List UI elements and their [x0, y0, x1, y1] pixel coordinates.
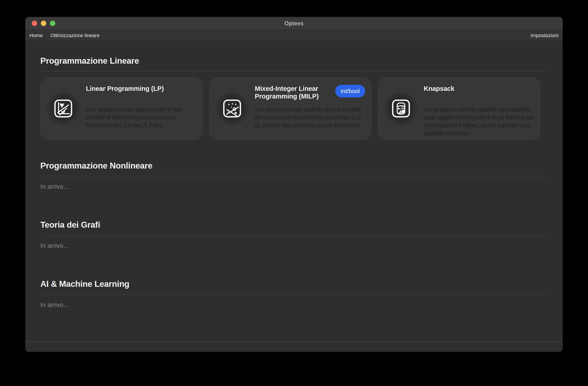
method-cards-row: Linear Programming (LP) Usa questo metod…	[40, 77, 548, 140]
card-body: Knapsack Scegli questo metodo quando dev…	[424, 78, 540, 140]
section-divider	[40, 71, 548, 71]
card-body: Mixed-Integer Linear Programming (MILP) …	[255, 78, 371, 140]
milp-scatter-icon	[223, 99, 241, 118]
card-knapsack[interactable]: Knapsack Scegli questo metodo quando dev…	[378, 77, 540, 140]
section-divider	[40, 176, 548, 176]
window-titlebar: Optees	[25, 17, 563, 30]
card-description: Usa questo metodo quando tutte le tue va…	[86, 105, 199, 129]
coming-soon-text: In arrivo...	[40, 242, 548, 249]
knapsack-bag-icon	[392, 99, 410, 118]
card-body: Linear Programming (LP) Usa questo metod…	[86, 78, 202, 140]
section-title-graph-theory: Teoria dei Grafi	[40, 220, 548, 230]
app-window: Optees Home Ottimizzazione lineare Impos…	[25, 17, 563, 352]
card-linear-programming[interactable]: Linear Programming (LP) Usa questo metod…	[40, 77, 202, 140]
window-title: Optees	[25, 20, 563, 27]
card-description: Usa questo metodo quando alcune variabil…	[255, 105, 367, 129]
card-description: Scegli questo metodo quando devi decider…	[424, 105, 536, 137]
card-icon-zone	[41, 78, 86, 140]
minimize-window-button[interactable]	[41, 20, 46, 26]
menu-item-linear-optimization[interactable]: Ottimizzazione lineare	[51, 33, 100, 39]
icon-halo	[46, 91, 81, 126]
traffic-lights	[25, 20, 55, 26]
card-icon-zone	[378, 78, 424, 140]
card-title: Linear Programming (LP)	[86, 85, 199, 92]
card-milp[interactable]: Mixed-Integer Linear Programming (MILP) …	[209, 77, 371, 140]
coming-soon-text: In arrivo...	[40, 301, 548, 308]
lp-chart-icon	[54, 99, 73, 118]
zoom-window-button[interactable]	[50, 20, 55, 26]
section-title-linear-programming: Programmazione Lineare	[40, 56, 548, 66]
coming-soon-text: In arrivo...	[40, 183, 548, 190]
int-bool-badge: int/bool	[335, 85, 365, 97]
card-title: Knapsack	[424, 85, 536, 92]
section-divider	[40, 235, 548, 235]
status-bar	[25, 341, 563, 352]
card-icon-zone	[210, 78, 255, 140]
section-title-ai-ml: AI & Machine Learning	[40, 279, 548, 289]
close-window-button[interactable]	[32, 20, 37, 26]
card-title: Mixed-Integer Linear Programming (MILP)	[255, 85, 332, 100]
menu-bar: Home Ottimizzazione lineare Impostazioni	[25, 30, 563, 41]
section-title-nonlinear-programming: Programmazione Nonlineare	[40, 161, 548, 171]
menu-item-settings[interactable]: Impostazioni	[530, 33, 559, 39]
icon-halo	[215, 91, 249, 126]
main-content: Programmazione Lineare	[25, 56, 563, 308]
icon-halo	[384, 91, 418, 126]
menu-item-home[interactable]: Home	[29, 33, 43, 39]
